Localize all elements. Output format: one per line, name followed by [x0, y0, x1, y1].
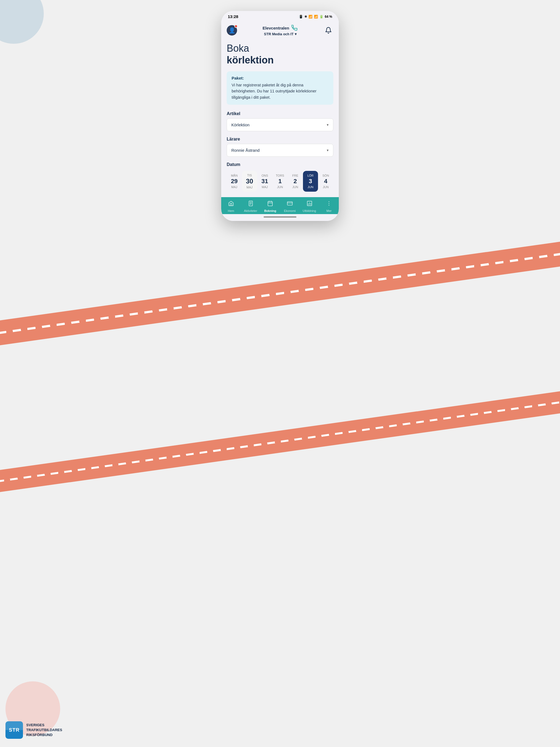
utbildning-nav-label: Utbildning — [303, 209, 316, 212]
utbildning-nav-icon — [307, 200, 312, 208]
avatar[interactable]: 👤 — [227, 25, 237, 35]
hem-nav-label: Hem — [228, 209, 234, 212]
svg-point-15 — [329, 203, 330, 204]
nav-center: Elevcentralen STR Media och IT ▾ — [262, 24, 298, 36]
date-item-2-jun[interactable]: FRE 2 JUN — [288, 171, 303, 192]
app-content: 👤 Elevcentralen STR Media och IT ▾ — [221, 21, 339, 221]
date-num: 1 — [278, 178, 282, 184]
vibrate-icon: 📳 — [299, 15, 303, 19]
aktiviteter-nav-icon — [248, 200, 254, 208]
date-item-1-jun[interactable]: TORS 1 JUN — [272, 171, 288, 192]
nav-item-utbildning[interactable]: Utbildning — [300, 200, 320, 212]
avatar-icon-glyph: 👤 — [229, 27, 235, 34]
svg-rect-8 — [287, 202, 292, 205]
date-day-name: LÖR — [307, 174, 314, 177]
road-decoration-1 — [0, 199, 560, 349]
date-month: MAJ — [231, 185, 237, 189]
status-icons: 📳 ✳ 📶 📶 🔋 64 % — [299, 15, 332, 19]
nav-item-mer[interactable]: Mer — [319, 200, 339, 212]
str-text: STR — [9, 727, 20, 733]
info-box-title: Paket: — [232, 76, 328, 80]
date-item-31-maj[interactable]: ONS 31 MAJ — [257, 171, 272, 192]
bg-blob-topleft — [0, 0, 44, 44]
page-title: Boka körlektion — [227, 43, 333, 66]
nav-item-ekonomi[interactable]: Ekonomi — [280, 200, 300, 212]
date-num: 4 — [324, 178, 327, 184]
svg-point-16 — [329, 205, 330, 206]
hem-nav-icon — [228, 200, 234, 208]
main-scroll-area: Boka körlektion Paket: Vi har registrera… — [221, 38, 339, 197]
teacher-select[interactable]: Ronnie Åstrand ▾ — [227, 144, 333, 157]
page-title-bold: körlektion — [227, 54, 333, 66]
date-item-29-maj[interactable]: MÅN 29 MAJ — [227, 171, 242, 192]
bottom-nav: Hem Aktiviteter Bokning Ekonomi Utbildni… — [221, 197, 339, 214]
ekonomi-nav-icon — [287, 200, 293, 208]
date-row: MÅN 29 MAJ TIS 30 MAJ ONS 31 MAJ TORS 1 … — [227, 171, 333, 192]
battery-percent: 64 % — [325, 15, 332, 19]
article-label: Artikel — [227, 111, 333, 116]
article-form-group: Artikel Körlektion ▾ — [227, 111, 333, 131]
date-month: MAJ — [247, 186, 253, 189]
article-chevron-icon: ▾ — [327, 123, 329, 127]
date-num: 3 — [309, 178, 312, 184]
str-logo-box: STR — [5, 721, 23, 739]
teacher-value: Ronnie Åstrand — [231, 148, 259, 153]
date-num: 31 — [261, 178, 268, 184]
article-select[interactable]: Körlektion ▾ — [227, 119, 333, 131]
aktiviteter-nav-label: Aktiviteter — [244, 209, 257, 212]
info-box: Paket: Vi har registrerat paketet åt dig… — [227, 71, 333, 105]
battery-icon: 🔋 — [320, 15, 324, 19]
status-bar: 13:28 📳 ✳ 📶 📶 🔋 64 % — [221, 11, 339, 21]
date-month: JUN — [277, 185, 283, 189]
notification-badge — [234, 25, 238, 28]
teacher-form-group: Lärare Ronnie Åstrand ▾ — [227, 137, 333, 157]
mer-nav-icon — [326, 200, 332, 208]
phone-icon — [291, 24, 298, 31]
school-name-text: STR Media och IT — [264, 32, 294, 36]
date-item-3-jun[interactable]: LÖR 3 JUN — [303, 171, 318, 192]
signal-icon: 📶 — [314, 15, 318, 19]
app-logo: Elevcentralen — [262, 24, 298, 31]
date-label: Datum — [227, 162, 333, 167]
date-num: 29 — [231, 178, 238, 184]
date-day-name: ONS — [261, 174, 268, 177]
date-month: JUN — [308, 185, 313, 189]
str-line2: TRAFIKUTBILDARES — [26, 728, 62, 732]
home-indicator — [221, 214, 339, 221]
nav-item-hem[interactable]: Hem — [221, 200, 241, 212]
bokning-nav-label: Bokning — [264, 209, 276, 212]
home-bar — [263, 216, 297, 217]
date-day-name: MÅN — [231, 174, 238, 177]
date-month: JUN — [292, 185, 298, 189]
str-line3: RIKSFÖRBUND — [26, 732, 62, 738]
date-day-name: SÖN — [322, 174, 329, 177]
nav-item-bokning[interactable]: Bokning — [260, 200, 280, 212]
page-title-light: Boka — [227, 43, 333, 54]
date-item-30-maj[interactable]: TIS 30 MAJ — [242, 171, 257, 192]
mer-nav-label: Mer — [327, 209, 332, 212]
teacher-chevron-icon: ▾ — [327, 148, 329, 152]
notification-bell[interactable] — [324, 25, 333, 35]
road-decoration-2 — [0, 349, 560, 495]
article-value: Körlektion — [231, 123, 250, 127]
str-org-name: SVERIGES TRAFIKUTBILDARES RIKSFÖRBUND — [26, 723, 62, 738]
svg-point-14 — [329, 201, 330, 202]
app-name: Elevcentralen — [262, 26, 289, 30]
date-day-name: TORS — [276, 174, 284, 177]
svg-rect-4 — [268, 202, 273, 206]
wifi-icon: 📶 — [308, 15, 312, 19]
nav-item-aktiviteter[interactable]: Aktiviteter — [241, 200, 261, 212]
top-nav: 👤 Elevcentralen STR Media och IT ▾ — [221, 21, 339, 38]
date-form-group: Datum MÅN 29 MAJ TIS 30 MAJ ONS 31 MAJ T… — [227, 162, 333, 192]
date-day-name: FRE — [292, 174, 298, 177]
info-box-text: Vi har registrerat paketet åt dig på den… — [232, 82, 328, 100]
date-num: 30 — [246, 178, 253, 185]
bluetooth-icon: ✳ — [304, 15, 307, 19]
phone-frame: 13:28 📳 ✳ 📶 📶 🔋 64 % 👤 Elevcentralen — [221, 11, 339, 221]
school-name-row[interactable]: STR Media och IT ▾ — [264, 32, 297, 36]
date-item-4-jun[interactable]: SÖN 4 JUN — [318, 171, 333, 192]
status-time: 13:28 — [228, 14, 238, 19]
teacher-label: Lärare — [227, 137, 333, 141]
bokning-nav-icon — [267, 200, 273, 208]
date-day-name: TIS — [247, 174, 252, 177]
